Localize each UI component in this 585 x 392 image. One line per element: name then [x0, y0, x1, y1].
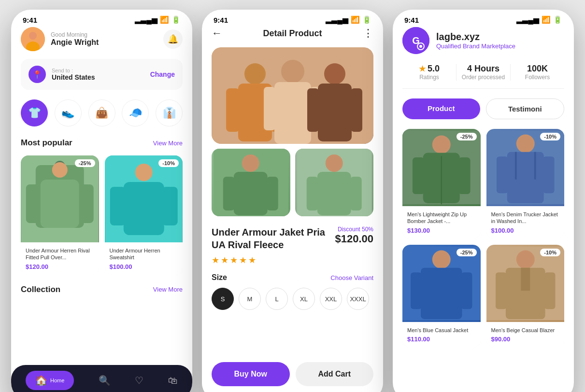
star-3: ★ [230, 255, 238, 266]
change-button[interactable]: Change [150, 70, 175, 78]
signal-icon-3: ▂▃▄▅ [516, 15, 539, 24]
category-icons: 👕 👟 👜 🧢 👔 [21, 99, 183, 126]
svg-rect-25 [318, 84, 352, 141]
svg-rect-57 [421, 267, 462, 319]
product-img-2 [105, 155, 183, 242]
cat-hat[interactable]: 🧢 [122, 99, 149, 126]
badge-3-4: -10% [540, 249, 560, 256]
size-s[interactable]: S [212, 288, 234, 310]
thumbnail-1[interactable] [212, 149, 290, 216]
nav-cart[interactable]: 🛍 [168, 375, 178, 386]
add-cart-button[interactable]: Add Cart [296, 362, 374, 386]
bell-icon[interactable]: 🔔 [163, 29, 183, 49]
svg-point-49 [516, 135, 534, 153]
product-card-2[interactable]: -10% Under Armour Herren Sweatshirt $100… [105, 155, 183, 275]
badge-3-2: -10% [540, 133, 560, 140]
svg-point-41 [419, 45, 422, 48]
nav-search[interactable]: 🔍 [99, 375, 111, 386]
phone1-content: Good Morning Angie Wright 🔔 📍 Send to : … [11, 27, 192, 294]
stat-ratings: ★ 5.0 Ratings [402, 64, 457, 81]
star-1: ★ [212, 255, 219, 266]
product-img-1 [21, 155, 99, 242]
most-popular-title: Most popular [21, 138, 72, 148]
size-label: Size [212, 273, 227, 282]
choose-variant[interactable]: Choose Variant [330, 274, 373, 281]
brand-name: lagbe.xyz [436, 31, 515, 42]
product-card-3-3[interactable]: -25% Men's Blue Casual Jacket $110.00 [402, 245, 481, 348]
brand-info: lagbe.xyz Qualified Brand Marketplace [436, 31, 515, 50]
svg-rect-65 [521, 267, 530, 291]
search-icon: 🔍 [99, 375, 111, 386]
brand-logo: G [402, 27, 429, 54]
svg-rect-14 [162, 187, 177, 225]
cat-suit[interactable]: 👔 [156, 99, 183, 126]
svg-rect-64 [544, 272, 555, 309]
product-card-3-4[interactable]: -10% Men's Beige Casual Blazer [486, 245, 565, 348]
location-icon: 📍 [29, 66, 46, 83]
product-info-3-3: Men's Blue Casual Jacket $110.00 [402, 322, 481, 348]
thumbnail-2[interactable] [295, 149, 374, 216]
size-l[interactable]: L [266, 288, 288, 310]
tab-testimoni[interactable]: Testimoni [486, 98, 565, 119]
cat-bag[interactable]: 👜 [88, 99, 115, 126]
action-buttons: Buy Now Add Cart [202, 354, 383, 392]
user-name: Angie Wright [51, 38, 99, 47]
status-icons-1: ▂▃▄▅ 📶 🔋 [135, 15, 181, 24]
time-2: 9:41 [214, 16, 228, 24]
svg-point-61 [516, 250, 534, 268]
stat-ratings-label: Ratings [402, 74, 456, 81]
product-info-3-2: Men's Denim Trucker Jacket in Washed In.… [486, 206, 565, 239]
cat-shoe[interactable]: 👟 [55, 99, 82, 126]
svg-point-16 [244, 63, 266, 84]
discount-badge-1: -25% [75, 159, 95, 167]
wifi-icon: 📶 [160, 15, 169, 24]
svg-rect-18 [226, 88, 240, 132]
product-card-3-2[interactable]: -10% Men's Denim Trucker [486, 129, 565, 239]
size-m[interactable]: M [239, 288, 261, 310]
nav-home[interactable]: 🏠 Home [26, 371, 74, 390]
size-xxxl[interactable]: XXXL [347, 288, 369, 310]
svg-point-11 [135, 164, 152, 181]
phone2-content: ← Detail Product ⋮ [202, 27, 383, 310]
main-product-image [212, 47, 373, 144]
product-card-3-1[interactable]: -25% Men's Lightweight Zip Up Bomber Ja [402, 129, 481, 239]
product-price-3-4: $90.00 [491, 336, 560, 343]
stat-orders-value: 4 Hours [457, 64, 510, 74]
greeting-block: Good Morning Angie Wright [51, 31, 99, 47]
collection-view-more[interactable]: View More [153, 286, 183, 293]
location-country: United States [52, 73, 144, 81]
svg-rect-46 [458, 157, 471, 194]
prod-img-3-4 [486, 245, 565, 322]
svg-point-8 [52, 162, 68, 178]
product-card-1[interactable]: -25% Unde [21, 155, 99, 275]
product-price-3-1: $130.00 [407, 227, 476, 234]
bottom-nav: 🏠 Home 🔍 ♡ 🛍 [11, 365, 192, 392]
cat-shirt[interactable]: 👕 [21, 99, 48, 126]
buy-now-button[interactable]: Buy Now [212, 362, 290, 386]
stat-orders-label: Order processed [457, 74, 510, 81]
more-button[interactable]: ⋮ [363, 27, 373, 40]
products-grid: -25% Unde [21, 155, 183, 275]
svg-point-24 [324, 63, 345, 84]
svg-rect-22 [264, 87, 275, 130]
collection-title: Collection [21, 285, 60, 294]
svg-point-34 [325, 154, 342, 172]
size-xl[interactable]: XL [293, 288, 315, 310]
svg-rect-9 [41, 180, 79, 228]
discount-badge-2: -10% [158, 159, 179, 167]
signal-icon-2: ▂▃▄▅ [326, 15, 348, 24]
header-row: Good Morning Angie Wright 🔔 [21, 27, 183, 51]
size-xxl[interactable]: XXL [320, 288, 342, 310]
back-button[interactable]: ← [212, 27, 222, 40]
nav-wishlist[interactable]: ♡ [135, 375, 143, 386]
location-card[interactable]: 📍 Send to : United States Change [21, 59, 183, 90]
product-big-price: $120.00 [335, 233, 373, 245]
product-big-title: Under Armour Jaket Pria UA Rival Fleece [212, 226, 335, 251]
star-5: ★ [248, 255, 256, 266]
most-popular-view-more[interactable]: View More [153, 140, 183, 147]
svg-point-43 [432, 136, 451, 154]
phone2: 9:41 ▂▃▄▅ 📶 🔋 ← Detail Product ⋮ [202, 10, 383, 392]
tab-product[interactable]: Product [402, 98, 480, 119]
prod-img-3-1 [402, 129, 481, 206]
svg-rect-35 [317, 172, 351, 215]
